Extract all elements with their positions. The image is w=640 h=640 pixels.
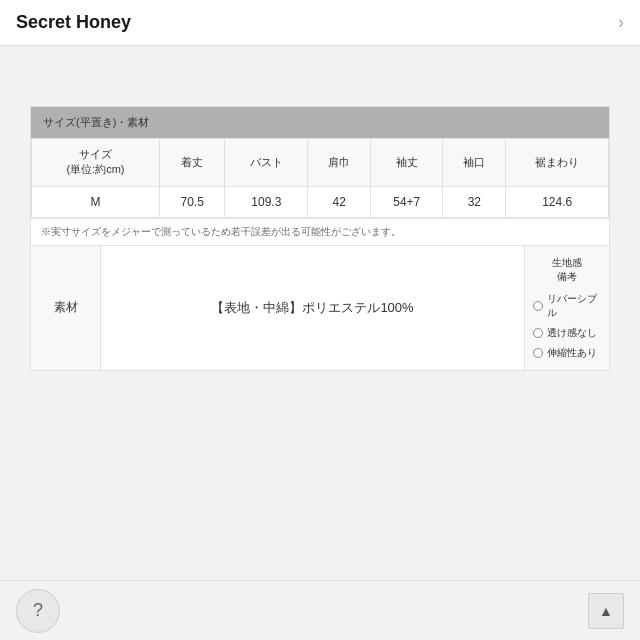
page-title: Secret Honey bbox=[16, 12, 131, 33]
col-header-size: サイズ(単位:約cm) bbox=[32, 139, 160, 187]
option-no-see-through: 透け感なし bbox=[533, 326, 601, 340]
radio-no-see-through bbox=[533, 328, 543, 338]
cell-length: 70.5 bbox=[159, 186, 224, 217]
size-table: サイズ(単位:約cm) 着丈 バスト 肩巾 袖丈 袖口 裾まわり M 70.5 … bbox=[31, 138, 609, 218]
col-header-cuff: 袖口 bbox=[443, 139, 506, 187]
col-header-hem: 裾まわり bbox=[506, 139, 609, 187]
col-header-length: 着丈 bbox=[159, 139, 224, 187]
cell-cuff: 32 bbox=[443, 186, 506, 217]
size-note: ※実寸サイズをメジャーで測っているため若干誤差が出る可能性がございます。 bbox=[31, 218, 609, 245]
cell-size: M bbox=[32, 186, 160, 217]
main-content: サイズ(平置き)・素材 サイズ(単位:約cm) 着丈 バスト 肩巾 袖丈 袖口 … bbox=[0, 46, 640, 640]
material-options: リバーシブル 透け感なし 伸縮性あり bbox=[533, 292, 601, 360]
material-feel-label: 生地感備考 bbox=[552, 256, 582, 284]
scroll-top-icon: ▲ bbox=[599, 603, 613, 619]
help-button[interactable]: ? bbox=[16, 589, 60, 633]
table-header-row: サイズ(単位:約cm) 着丈 バスト 肩巾 袖丈 袖口 裾まわり bbox=[32, 139, 609, 187]
table-row: M 70.5 109.3 42 54+7 32 124.6 bbox=[32, 186, 609, 217]
cell-hem: 124.6 bbox=[506, 186, 609, 217]
scroll-top-button[interactable]: ▲ bbox=[588, 593, 624, 629]
page-header: Secret Honey › bbox=[0, 0, 640, 46]
col-header-bust: バスト bbox=[225, 139, 308, 187]
cell-shoulder: 42 bbox=[308, 186, 371, 217]
option-stretch-label: 伸縮性あり bbox=[547, 346, 597, 360]
option-stretch: 伸縮性あり bbox=[533, 346, 601, 360]
col-header-shoulder: 肩巾 bbox=[308, 139, 371, 187]
cell-bust: 109.3 bbox=[225, 186, 308, 217]
table-section-header: サイズ(平置き)・素材 bbox=[31, 107, 609, 138]
material-section: 素材 【表地・中綿】ポリエステル100% 生地感備考 リバーシブル 透け感なし bbox=[31, 245, 609, 370]
material-content: 【表地・中綿】ポリエステル100% bbox=[101, 246, 524, 370]
cell-sleeve: 54+7 bbox=[371, 186, 443, 217]
chevron-right-icon[interactable]: › bbox=[618, 12, 624, 33]
bottom-bar: ? ▲ bbox=[0, 580, 640, 640]
col-header-sleeve: 袖丈 bbox=[371, 139, 443, 187]
option-no-see-through-label: 透け感なし bbox=[547, 326, 597, 340]
radio-stretch bbox=[533, 348, 543, 358]
material-feel-cell: 生地感備考 リバーシブル 透け感なし 伸縮性あり bbox=[524, 246, 609, 370]
material-label: 素材 bbox=[31, 246, 101, 370]
option-reversible: リバーシブル bbox=[533, 292, 601, 320]
option-reversible-label: リバーシブル bbox=[547, 292, 601, 320]
radio-reversible bbox=[533, 301, 543, 311]
size-material-block: サイズ(平置き)・素材 サイズ(単位:約cm) 着丈 バスト 肩巾 袖丈 袖口 … bbox=[30, 106, 610, 371]
help-icon: ? bbox=[33, 600, 43, 621]
